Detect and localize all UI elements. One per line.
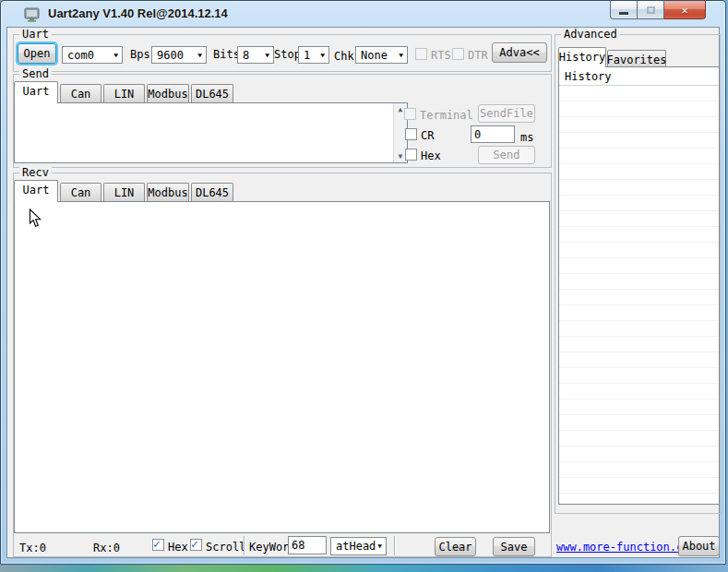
tab-history[interactable]: History: [558, 47, 606, 67]
uart-group-label: Uart: [19, 28, 52, 41]
recv-output[interactable]: [14, 201, 550, 533]
send-hex-label: Hex: [421, 149, 441, 162]
tx-counter: Tx:0: [19, 542, 46, 554]
chevron-down-icon: ▼: [377, 542, 382, 550]
history-list-header: History: [559, 67, 719, 86]
port-select[interactable]: com0 ▼: [62, 46, 123, 64]
databits-select[interactable]: 8 ▼: [237, 46, 274, 64]
recv-hex-label: Hex: [168, 541, 188, 554]
interval-input[interactable]: [471, 125, 515, 143]
parity-select[interactable]: None ▼: [355, 46, 408, 64]
recv-tab-dl645[interactable]: DL645: [191, 183, 233, 201]
recv-tab-lin[interactable]: LIN: [103, 183, 145, 201]
checkmark-icon: ✓: [191, 537, 198, 551]
close-icon: ✕: [681, 5, 687, 16]
send-tab-lin[interactable]: LIN: [103, 84, 145, 102]
keyword-input[interactable]: [288, 536, 327, 554]
recv-group-label: Recv: [19, 166, 52, 179]
maximize-button[interactable]: [638, 1, 664, 19]
sendfile-button[interactable]: SendFile: [478, 104, 535, 123]
send-hex-checkbox[interactable]: [405, 149, 417, 161]
app-icon: [24, 6, 40, 22]
send-input[interactable]: [15, 103, 393, 162]
title-bar[interactable]: Uart2any V1.40 Rel@2014.12.14 ✕: [1, 1, 725, 27]
recv-hex-checkbox[interactable]: ✓: [152, 539, 164, 551]
scroll-checkbox[interactable]: ✓: [190, 539, 202, 551]
open-button[interactable]: Open: [18, 43, 56, 64]
website-link[interactable]: www.more-function.com: [556, 541, 697, 554]
chevron-down-icon: ▼: [197, 51, 202, 58]
advanced-group-label: Advanced: [561, 28, 620, 41]
interval-unit-label: ms: [520, 131, 533, 144]
mouse-cursor-icon: [29, 209, 42, 231]
send-tab-dl645[interactable]: DL645: [191, 84, 233, 102]
dtr-checkbox[interactable]: [452, 48, 464, 60]
recv-tab-can[interactable]: Can: [60, 183, 101, 201]
status-separator: [244, 536, 245, 555]
scroll-label: Scroll: [206, 541, 245, 554]
checkmark-icon: ✓: [153, 537, 161, 551]
history-list-rows: [559, 86, 719, 504]
chevron-down-icon: ▼: [399, 51, 403, 58]
stopbits-select[interactable]: 1 ▼: [298, 46, 329, 64]
send-tab-can[interactable]: Can: [60, 84, 101, 102]
rts-label: RTS: [431, 49, 451, 62]
chevron-down-icon: ▼: [113, 51, 118, 58]
screen: Uart2any V1.40 Rel@2014.12.14 ✕ Uart Ope…: [0, 0, 728, 572]
advanced-toggle-button[interactable]: Adva<<: [492, 42, 547, 63]
terminal-checkbox[interactable]: [404, 108, 416, 120]
rx-counter: Rx:0: [93, 542, 120, 554]
send-group-label: Send: [19, 67, 52, 80]
save-button[interactable]: Save: [493, 537, 535, 556]
app-window: Uart2any V1.40 Rel@2014.12.14 ✕ Uart Ope…: [0, 0, 726, 565]
clear-button[interactable]: Clear: [435, 537, 476, 556]
cr-label: CR: [421, 129, 434, 142]
terminal-label: Terminal: [420, 109, 473, 122]
close-button[interactable]: ✕: [664, 1, 706, 19]
status-separator: [394, 536, 395, 555]
dtr-label: DTR: [468, 49, 488, 62]
history-list[interactable]: History: [558, 66, 720, 505]
cr-checkbox[interactable]: [405, 128, 417, 140]
about-button[interactable]: About: [678, 536, 720, 556]
minimize-button[interactable]: [610, 1, 638, 19]
match-position-select[interactable]: atHead ▼: [330, 537, 387, 555]
rts-checkbox[interactable]: [415, 48, 427, 60]
window-controls: ✕: [610, 1, 706, 19]
maximize-icon: [647, 6, 655, 14]
recv-tab-uart[interactable]: Uart: [14, 180, 58, 202]
minimize-icon: [619, 12, 628, 15]
send-input-panel: ▲ ▼: [14, 102, 408, 163]
send-tab-uart[interactable]: Uart: [14, 81, 58, 103]
chevron-down-icon: ▼: [320, 51, 325, 58]
window-title: Uart2any V1.40 Rel@2014.12.14: [48, 6, 228, 20]
bps-label: Bps: [130, 48, 150, 61]
client-area: Uart Open com0 ▼ Bps 9600 ▼ Bits 8 ▼ Sto…: [6, 27, 720, 558]
tab-favorites[interactable]: Favorites: [607, 50, 666, 67]
chevron-down-icon: ▼: [265, 51, 269, 58]
recv-tab-modbus[interactable]: Modbus: [147, 183, 189, 201]
baudrate-select[interactable]: 9600 ▼: [151, 46, 207, 64]
chk-label: Chk: [334, 50, 354, 63]
bits-label: Bits: [213, 48, 240, 61]
send-button[interactable]: Send: [478, 146, 535, 164]
send-tab-modbus[interactable]: Modbus: [147, 84, 189, 102]
stop-label: Stop: [274, 48, 301, 61]
